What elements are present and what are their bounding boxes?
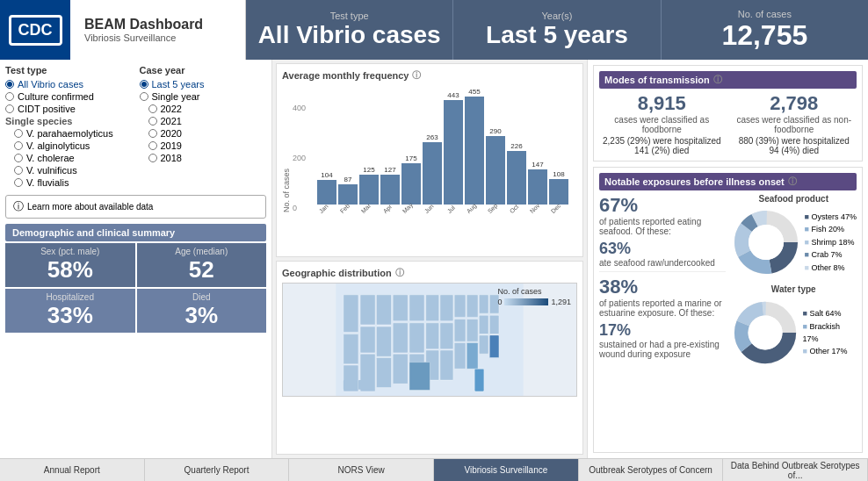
tab-data-behind[interactable]: Data Behind Outbreak Serotypes of... bbox=[723, 459, 868, 481]
bottom-tabs: Annual Report Quarterly Report NORS View… bbox=[0, 458, 868, 481]
water-chart-title: Water type bbox=[771, 284, 816, 294]
stat-label-1: Year(s) bbox=[541, 11, 572, 21]
nonfoodborne-label: cases were classified as non-foodborne bbox=[732, 115, 857, 134]
seafood-legend: ■ Oysters 47% ■ Fish 20% ■ Shrimp 18% ■ … bbox=[805, 211, 857, 274]
demo-sex: Sex (pct. male) 58% bbox=[5, 243, 135, 287]
radio-vpara[interactable]: V. parahaemolyticus bbox=[5, 128, 133, 139]
radio-2018[interactable]: 2018 bbox=[140, 153, 267, 163]
radio-vchol[interactable]: V. cholerae bbox=[5, 153, 133, 163]
radio-all-vibrio[interactable]: All Vibrio cases bbox=[5, 79, 133, 90]
svg-rect-12 bbox=[393, 354, 408, 384]
cdc-logo: CDC bbox=[9, 15, 62, 46]
svg-rect-27 bbox=[467, 295, 478, 318]
bar-group: 226Oct bbox=[507, 142, 526, 212]
y-axis-label: No. of cases bbox=[282, 169, 291, 212]
test-type-col: Test type All Vibrio cases Culture confi… bbox=[5, 65, 133, 190]
svg-rect-37 bbox=[344, 380, 357, 390]
svg-rect-26 bbox=[467, 319, 478, 342]
foodborne-value: 8,915 bbox=[599, 92, 725, 115]
died-value: 3% bbox=[141, 302, 264, 329]
radio-valg[interactable]: V. alginolyticus bbox=[5, 140, 133, 151]
svg-rect-21 bbox=[440, 350, 453, 380]
case-year-col: Case year Last 5 years Single year 2022 … bbox=[140, 65, 267, 190]
center-panel: Average monthly frequency ⓘ No. of cases… bbox=[272, 60, 587, 458]
legend-crab: ■ Crab 7% bbox=[805, 248, 857, 261]
radio-2020[interactable]: 2020 bbox=[140, 128, 267, 139]
exposures-info-icon[interactable]: ⓘ bbox=[788, 176, 797, 188]
y-ticks: 4002000 bbox=[293, 104, 306, 212]
map-placeholder: No. of cases 0 1,291 bbox=[282, 283, 577, 397]
seafood-donut-svg bbox=[731, 207, 801, 277]
svg-rect-20 bbox=[440, 323, 453, 349]
left-panel: Test type All Vibrio cases Culture confi… bbox=[0, 60, 272, 458]
bar-group: 443Jul bbox=[444, 91, 463, 212]
chart-inner: 4002000 104Jan87Feb125Mar127Apr175May263… bbox=[293, 104, 577, 212]
tab-quarterly-report[interactable]: Quarterly Report bbox=[145, 459, 290, 481]
svg-point-50 bbox=[748, 315, 782, 349]
header-stat-0: Test type All Vibrio cases bbox=[246, 0, 453, 60]
foodborne-hosp: 2,235 (29%) were hospitalized bbox=[599, 136, 725, 146]
svg-rect-36 bbox=[358, 380, 372, 390]
sex-label: Sex (pct. male) bbox=[9, 247, 132, 256]
modes-grid: 8,915 cases were classified as foodborne… bbox=[599, 92, 857, 155]
water-legend: ■ Salt 64% ■ Brackish 17% ■ Other 17% bbox=[803, 307, 857, 358]
dashboard-subtitle: Vibriosis Surveillance bbox=[84, 32, 231, 43]
legend-max: 1,291 bbox=[551, 298, 571, 306]
modes-info-icon[interactable]: ⓘ bbox=[713, 74, 722, 86]
radio-2022[interactable]: 2022 bbox=[140, 104, 267, 114]
marine-pct: 38% bbox=[599, 276, 726, 298]
radio-cidt[interactable]: CIDT positive bbox=[5, 104, 133, 114]
bar-group: 175May bbox=[401, 154, 421, 212]
bar-group: 263Jun bbox=[423, 133, 442, 212]
legend-salt: ■ Salt 64% bbox=[803, 307, 857, 319]
demo-died: Died 3% bbox=[137, 289, 267, 333]
radio-culture[interactable]: Culture confirmed bbox=[5, 91, 133, 102]
map-title: Geographic distribution ⓘ bbox=[282, 267, 577, 279]
tab-vibriosis[interactable]: Vibriosis Surveillance bbox=[434, 459, 579, 481]
chart-info-icon[interactable]: ⓘ bbox=[412, 69, 421, 82]
nonfoodborne-died: 94 (4%) died bbox=[732, 146, 857, 155]
seafood-desc: of patients reported eating seafood. Of … bbox=[599, 217, 726, 236]
radio-vvuln[interactable]: V. vulnificus bbox=[5, 165, 133, 176]
right-panel: Modes of transmission ⓘ 8,915 cases were… bbox=[587, 60, 868, 458]
stat-value-2: 12,755 bbox=[721, 19, 807, 52]
learn-more-button[interactable]: ⓘ Learn more about available data bbox=[5, 195, 266, 219]
bar-group: 147Nov bbox=[528, 161, 547, 212]
stat-label-0: Test type bbox=[330, 11, 369, 21]
exposures-stats: 67% of patients reported eating seafood.… bbox=[599, 194, 726, 368]
filter-section: Test type All Vibrio cases Culture confi… bbox=[5, 65, 266, 190]
case-year-label: Case year bbox=[140, 65, 267, 75]
legend-bar-row: 0 1,291 bbox=[497, 298, 571, 306]
legend-brackish: ■ Brackish 17% bbox=[803, 320, 857, 346]
chart-title: Average monthly frequency ⓘ bbox=[282, 69, 577, 82]
radio-last5[interactable]: Last 5 years bbox=[140, 79, 267, 90]
radio-2019[interactable]: 2019 bbox=[140, 140, 267, 151]
demographics-grid: Sex (pct. male) 58% Age (median) 52 Hosp… bbox=[5, 243, 266, 333]
tab-outbreak-serotypes[interactable]: Outbreak Serotypes of Concern bbox=[579, 459, 724, 481]
age-value: 52 bbox=[141, 256, 264, 284]
bar-group: 290Sep bbox=[486, 127, 505, 212]
svg-rect-2 bbox=[344, 334, 358, 364]
foodborne-died: 141 (2%) died bbox=[599, 146, 725, 155]
water-donut-container: Water type bbox=[731, 284, 857, 368]
tab-nors-view[interactable]: NORS View bbox=[289, 459, 434, 481]
stat-value-0: All Vibrio cases bbox=[258, 21, 441, 49]
legend-gradient bbox=[504, 298, 548, 305]
svg-rect-24 bbox=[454, 342, 466, 369]
legend-min: 0 bbox=[497, 298, 502, 306]
header: CDC BEAM Dashboard Vibriosis Surveillanc… bbox=[0, 0, 868, 60]
logo-area: CDC bbox=[0, 0, 70, 60]
svg-rect-8 bbox=[376, 327, 391, 356]
radio-single-year[interactable]: Single year bbox=[140, 91, 267, 102]
hosp-label: Hospitalized bbox=[9, 292, 132, 302]
map-info-icon[interactable]: ⓘ bbox=[395, 267, 404, 279]
radio-vflav[interactable]: V. fluvialis bbox=[5, 177, 133, 188]
bar-group: 87Feb bbox=[338, 176, 358, 212]
svg-rect-9 bbox=[376, 357, 391, 387]
radio-2021[interactable]: 2021 bbox=[140, 116, 267, 126]
tab-annual-report[interactable]: Annual Report bbox=[0, 459, 145, 481]
exposures-content: 67% of patients reported eating seafood.… bbox=[599, 194, 857, 368]
water-chart-row: ■ Salt 64% ■ Brackish 17% ■ Other 17% bbox=[731, 298, 857, 368]
died-label: Died bbox=[141, 292, 264, 302]
svg-rect-35 bbox=[409, 363, 430, 391]
